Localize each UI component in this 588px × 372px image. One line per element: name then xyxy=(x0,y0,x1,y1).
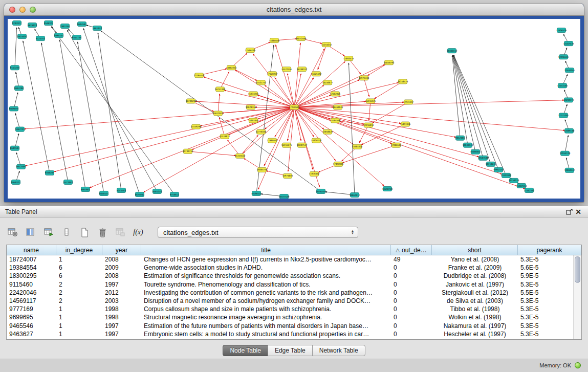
citation-edge-black[interactable] xyxy=(453,55,484,158)
citation-edge-black[interactable] xyxy=(78,42,104,193)
trash-icon[interactable] xyxy=(96,226,109,239)
cell-in_degree[interactable]: 2 xyxy=(56,281,102,288)
cell-short[interactable]: de Silva et al. (2003) xyxy=(432,297,518,304)
citation-edge-red[interactable] xyxy=(264,107,294,165)
graph-node[interactable]: 12440301 xyxy=(564,68,575,73)
graph-node[interactable]: 11156320 xyxy=(509,178,519,183)
table-row[interactable]: 1830029562008Estimation of significance … xyxy=(7,272,581,280)
graph-node[interactable]: 9750612 xyxy=(170,192,179,196)
row-height-icon[interactable] xyxy=(60,226,73,239)
cell-pagerank[interactable]: 5.3E-5 xyxy=(518,322,581,330)
cell-out_degree[interactable]: 0 xyxy=(391,331,432,338)
graph-node[interactable]: 11315622 xyxy=(235,154,246,158)
graph-node[interactable]: 9405214 xyxy=(153,189,162,193)
citation-edge-red[interactable] xyxy=(364,78,369,97)
graph-node[interactable]: 13264418 xyxy=(194,73,205,78)
graph-node[interactable]: 9725747 xyxy=(36,36,45,41)
graph-node[interactable]: 15380516 xyxy=(269,38,280,43)
graph-node[interactable]: 18156677 xyxy=(322,80,333,85)
graph-node[interactable]: 15184500 xyxy=(330,118,341,123)
graph-node[interactable]: 10049531 xyxy=(463,143,473,147)
table-row[interactable]: 2242004622012Investigating the contribut… xyxy=(7,289,581,297)
cell-short[interactable]: Tibbo et al. (1998) xyxy=(432,305,518,313)
cell-out_degree[interactable]: 0 xyxy=(391,297,432,304)
cell-title[interactable]: Estimation of significance thresholds fo… xyxy=(141,272,391,279)
citation-edge-red[interactable] xyxy=(294,43,300,107)
tab-network-table[interactable]: Network Table xyxy=(312,345,365,356)
cell-short[interactable]: Wolkin et al. (1998) xyxy=(432,314,518,321)
cell-out_degree[interactable]: 0 xyxy=(391,264,432,271)
graph-node[interactable]: 12889140 xyxy=(564,128,575,133)
citation-edge-red[interactable] xyxy=(318,45,326,70)
cell-in_degree[interactable]: 6 xyxy=(56,272,102,279)
table-options-icon[interactable] xyxy=(6,226,19,239)
table-select-dropdown[interactable]: citations_edges.txt ▲▼ xyxy=(158,227,358,238)
cell-pagerank[interactable]: 5.3E-5 xyxy=(518,256,581,263)
table-row[interactable]: 911546021997Tourette syndrome. Phenomeno… xyxy=(7,280,581,289)
cell-title[interactable]: Estimation of the future numbers of pati… xyxy=(141,322,391,330)
graph-node[interactable]: 15085324 xyxy=(352,144,363,149)
cell-pagerank[interactable]: 5.3E-5 xyxy=(518,297,581,304)
citation-edge-black[interactable] xyxy=(101,31,321,191)
cell-title[interactable]: Structural magnetic resonance image aver… xyxy=(141,314,391,321)
tab-node-table[interactable]: Node Table xyxy=(223,345,268,356)
graph-node[interactable]: 10477429 xyxy=(279,194,290,199)
cell-year[interactable]: 2009 xyxy=(102,264,141,271)
graph-node[interactable]: 14522591 xyxy=(281,67,292,72)
graph-node[interactable]: 12954120 xyxy=(560,151,571,156)
graph-node[interactable]: 11402367 xyxy=(524,188,535,192)
citation-edge-red[interactable] xyxy=(276,45,294,107)
cell-pagerank[interactable]: 5.3E-5 xyxy=(518,331,581,338)
cell-year[interactable]: 1997 xyxy=(102,322,141,330)
graph-node[interactable]: 9012406 xyxy=(16,164,26,169)
cell-name[interactable]: 9777169 xyxy=(7,305,56,313)
cell-year[interactable]: 1998 xyxy=(102,305,141,313)
citation-edge-red[interactable] xyxy=(294,107,364,124)
graph-node[interactable]: 17086514 xyxy=(391,143,402,147)
graph-node[interactable]: 12770344 xyxy=(256,129,267,134)
graph-node[interactable]: 10587640 xyxy=(478,156,489,160)
cell-short[interactable]: Yano et al. (2008) xyxy=(432,256,518,263)
graph-node[interactable]: 17240561 xyxy=(289,105,300,110)
graph-node[interactable]: 16208312 xyxy=(297,67,308,72)
graph-node[interactable]: 9245703 xyxy=(117,188,126,192)
new-document-icon[interactable] xyxy=(78,226,91,239)
graph-node[interactable]: 10698720 xyxy=(382,186,393,191)
citation-edge-red[interactable] xyxy=(26,107,294,165)
graph-node[interactable]: 9153220 xyxy=(10,65,19,70)
graph-node[interactable]: 7901746 xyxy=(60,24,70,29)
graph-node[interactable]: 15731753 xyxy=(183,149,193,154)
column-header-in_degree[interactable]: in_degree xyxy=(56,245,102,255)
cell-pagerank[interactable]: 5.3E-5 xyxy=(518,314,581,321)
minimize-window-icon[interactable] xyxy=(19,7,26,13)
cell-year[interactable]: 2003 xyxy=(102,297,141,304)
cell-out_degree[interactable]: 0 xyxy=(391,314,432,321)
graph-node[interactable]: 13060542 xyxy=(564,168,575,172)
table-row[interactable]: 946362711997Embryonic stem cells: a mode… xyxy=(7,330,581,338)
column-header-short[interactable]: short xyxy=(432,245,518,255)
graph-node[interactable]: 15028761 xyxy=(246,105,256,110)
citation-edge-red[interactable] xyxy=(235,70,294,107)
cell-name[interactable]: 18300295 xyxy=(7,272,56,279)
table-row[interactable]: 969969511998Structural magnetic resonanc… xyxy=(7,313,581,321)
graph-node[interactable]: 16934211 xyxy=(248,92,259,96)
citation-edge-red[interactable] xyxy=(188,151,235,156)
citation-edge-red[interactable] xyxy=(90,107,294,187)
cell-title[interactable]: Corpus callosum shape and size in male p… xyxy=(141,305,391,313)
column-header-year[interactable]: year xyxy=(102,245,141,255)
graph-node[interactable]: 17999543 xyxy=(267,138,278,143)
cell-year[interactable]: 2008 xyxy=(102,256,141,263)
table-row[interactable]: 1938455462009Genome-wide association stu… xyxy=(7,264,581,272)
graph-node[interactable]: 10366041 xyxy=(470,149,481,154)
citation-edge-red[interactable] xyxy=(294,107,324,129)
graph-node[interactable]: 12216059 xyxy=(363,123,374,127)
graph-node[interactable]: 12162021 xyxy=(330,92,341,96)
citation-edge-black[interactable] xyxy=(349,63,355,195)
graph-node[interactable]: 8649503 xyxy=(10,146,19,150)
graph-node[interactable]: 8629023 xyxy=(28,23,37,28)
cell-name[interactable]: 22420046 xyxy=(7,289,56,296)
cell-name[interactable]: 9115460 xyxy=(7,281,56,288)
citation-edge-red[interactable] xyxy=(201,107,294,125)
graph-node[interactable]: 8644708 xyxy=(14,86,24,91)
graph-node[interactable]: 9856421 xyxy=(99,191,108,195)
